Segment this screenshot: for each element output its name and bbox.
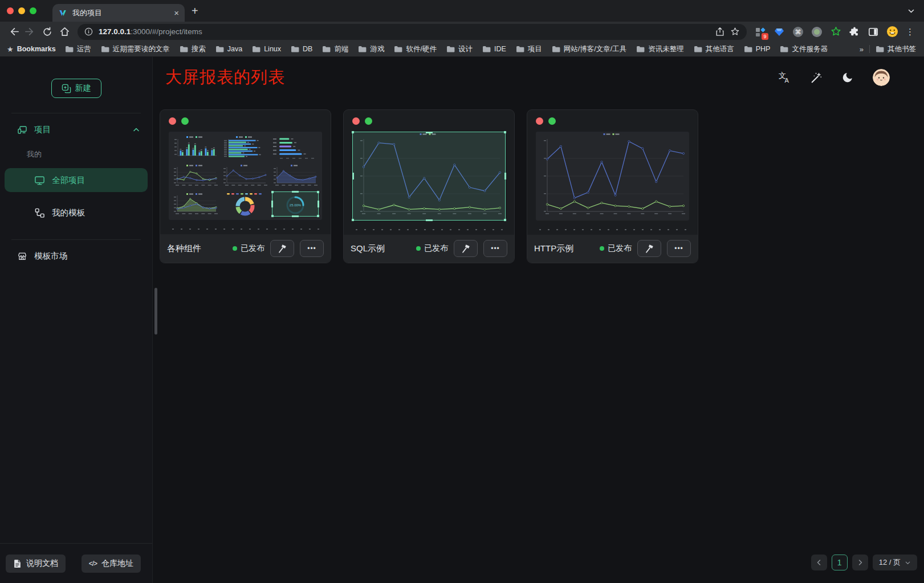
prev-page-button[interactable]	[811, 555, 827, 570]
extension-recorder-icon[interactable]	[810, 25, 824, 39]
bookmarks-overflow-chevron[interactable]: »	[860, 45, 864, 54]
line-chart-preview	[352, 132, 506, 221]
site-info-icon[interactable]	[84, 27, 93, 36]
share-icon[interactable]	[715, 27, 724, 36]
browser-tab[interactable]: 我的项目 ×	[52, 4, 185, 22]
bookmarks-star-icon: ★	[7, 45, 14, 54]
magic-wand-icon[interactable]	[810, 71, 823, 84]
close-window-button[interactable]	[7, 7, 14, 14]
bookmark-folder[interactable]: Linux	[252, 45, 281, 53]
browser-toolbar: 127.0.0.1:3000/#/project/items 9 ⌘	[0, 22, 924, 42]
url-text[interactable]: 127.0.0.1:3000/#/project/items	[99, 27, 202, 36]
extension-star-icon[interactable]	[829, 25, 842, 39]
dark-mode-moon-icon[interactable]	[841, 71, 854, 84]
bookmark-folder[interactable]: 设计	[446, 44, 473, 54]
mini-chart-cell[interactable]	[222, 135, 268, 160]
sidebar-item-all-projects[interactable]: 全部项目	[5, 168, 148, 192]
emoji-extension-icon[interactable]	[885, 25, 899, 39]
project-preview[interactable]: 25.00%	[169, 132, 322, 220]
mini-chart-cell[interactable]	[222, 163, 268, 188]
status-badge: 已发布	[416, 243, 448, 254]
bookmark-folder[interactable]: DB	[291, 45, 312, 53]
sidebar-group-projects[interactable]: 项目	[17, 124, 140, 135]
chevron-up-icon[interactable]	[133, 127, 140, 133]
extension-gem-icon[interactable]	[772, 25, 786, 39]
bookmark-folder[interactable]: Java	[215, 45, 242, 53]
project-card[interactable]: SQL示例 已发布 •••	[343, 109, 515, 263]
card-red-dot	[169, 117, 176, 125]
new-project-button[interactable]: 新建	[51, 79, 101, 98]
project-preview[interactable]	[352, 132, 506, 221]
project-card[interactable]: HTTP示例 已发布 •••	[527, 109, 698, 263]
reload-icon[interactable]	[39, 23, 56, 40]
hammer-icon	[644, 243, 654, 254]
bookmark-folder[interactable]: 文件服务器	[780, 44, 828, 54]
next-page-button[interactable]	[852, 555, 868, 570]
current-page-button[interactable]: 1	[832, 555, 848, 570]
bookmark-folder[interactable]: 运营	[65, 44, 91, 54]
address-bar[interactable]: 127.0.0.1:3000/#/project/items	[78, 24, 747, 40]
bookmark-folder[interactable]: 其他语言	[694, 44, 734, 54]
chevron-down-icon	[905, 560, 911, 566]
project-preview[interactable]	[536, 132, 689, 221]
zoom-window-button[interactable]	[30, 7, 36, 14]
mini-chart-cell[interactable]	[272, 135, 319, 160]
more-button[interactable]: •••	[483, 240, 507, 257]
bookmark-folder-label: 运营	[77, 44, 91, 54]
project-title: SQL示例	[351, 243, 410, 254]
browser-menu-icon[interactable]: ⋮	[901, 27, 919, 37]
user-avatar[interactable]	[873, 69, 890, 86]
page-size-select[interactable]: 12 / 页	[873, 555, 917, 570]
tab-search-chevron-icon[interactable]	[907, 7, 915, 15]
home-icon[interactable]	[56, 23, 73, 40]
project-card[interactable]: 25.00% 各种组件 已发布 •••	[160, 109, 331, 263]
mini-chart-cell[interactable]	[222, 191, 268, 217]
translate-icon[interactable]: 文A	[778, 71, 791, 84]
other-bookmarks-folder[interactable]: 其他书签	[876, 44, 916, 54]
bookmarks-label[interactable]: Bookmarks	[17, 45, 56, 53]
more-button[interactable]: •••	[300, 240, 324, 257]
mini-chart-cell[interactable]	[172, 191, 219, 217]
forward-icon[interactable]	[22, 23, 39, 40]
mini-chart-cell[interactable]	[172, 135, 219, 160]
tab-title: 我的项目	[72, 8, 169, 18]
bookmark-folder[interactable]: 资讯未整理	[636, 44, 684, 54]
project-card-list: 25.00% 各种组件 已发布 ••• SQL示例 已发布	[153, 89, 924, 263]
status-dot	[416, 246, 421, 251]
bookmark-folder[interactable]: 游戏	[358, 44, 384, 54]
bookmark-folder[interactable]: 项目	[516, 44, 542, 54]
card-red-dot	[352, 117, 360, 125]
bookmark-folder[interactable]: IDE	[482, 45, 506, 53]
docs-button[interactable]: 说明文档	[6, 555, 66, 573]
bookmark-folder[interactable]: 网站/博客/文章/工具	[552, 44, 626, 54]
mini-chart-cell[interactable]	[272, 163, 319, 188]
bookmark-star-icon[interactable]	[730, 27, 740, 36]
bookmark-folder[interactable]: 软件/硬件	[394, 44, 436, 54]
mini-chart-cell[interactable]: 25.00%	[272, 191, 319, 217]
svg-text:A: A	[785, 77, 789, 84]
bookmark-folder[interactable]: PHP	[744, 45, 771, 53]
scrollbar-thumb[interactable]	[154, 288, 157, 335]
extensions-puzzle-icon[interactable]	[848, 25, 861, 39]
bookmark-folder[interactable]: 近期需要读的文章	[101, 44, 170, 54]
more-button[interactable]: •••	[667, 240, 691, 257]
repo-button[interactable]: </> 仓库地址	[82, 555, 141, 573]
extension-metrics-icon[interactable]: 9	[754, 25, 767, 39]
extension-command-icon[interactable]: ⌘	[791, 25, 805, 39]
minimize-window-button[interactable]	[18, 7, 25, 14]
edit-button[interactable]	[637, 240, 661, 257]
sidebar-item-my-templates[interactable]: 我的模板	[5, 201, 148, 225]
card-footer: 各种组件 已发布 •••	[160, 234, 331, 263]
header-actions: 文A	[778, 69, 890, 86]
side-panel-icon[interactable]	[866, 25, 880, 39]
back-icon[interactable]	[5, 23, 22, 40]
bookmark-folder[interactable]: 搜索	[180, 44, 206, 54]
edit-button[interactable]	[454, 240, 478, 257]
edit-button[interactable]	[270, 240, 294, 257]
new-tab-button[interactable]: +	[192, 5, 198, 17]
sidebar-item-template-market[interactable]: 模板市场	[17, 251, 140, 262]
tab-close-icon[interactable]: ×	[174, 9, 179, 17]
bookmark-folder[interactable]: 前端	[322, 44, 348, 54]
mini-chart-cell[interactable]	[172, 163, 219, 188]
bookmark-folder-label: 项目	[528, 44, 542, 54]
